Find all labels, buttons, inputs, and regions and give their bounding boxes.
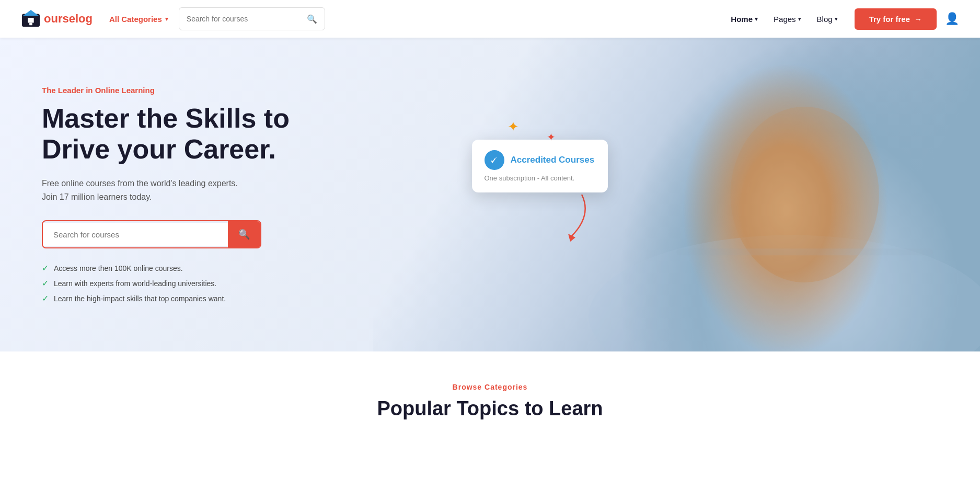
nav-search-input[interactable] — [187, 15, 303, 23]
hero-illustration — [373, 38, 981, 351]
hero-search-icon: 🔍 — [238, 229, 250, 240]
accredited-subtitle: One subscription - All content. — [485, 174, 595, 182]
home-chevron-icon: ▾ — [755, 16, 758, 22]
accredited-title: Accredited Courses — [511, 155, 595, 165]
accredited-card-header: ✓ Accredited Courses — [485, 150, 595, 170]
bottom-section: Browse Categories Popular Topics to Lear… — [0, 351, 980, 441]
nav-link-blog[interactable]: Blog ▾ — [811, 10, 844, 28]
sparkle-blue-icon: + — [493, 153, 498, 161]
logo-text: ourselog — [44, 12, 93, 26]
check-item-3: ✓ Learn the high-impact skills that top … — [42, 293, 290, 303]
try-free-arrow-icon: → — [914, 15, 922, 24]
user-account-icon[interactable]: 👤 — [945, 12, 959, 26]
check-icon-1: ✓ — [42, 263, 49, 273]
blog-chevron-icon: ▾ — [835, 16, 838, 22]
popular-topics-title: Popular Topics to Learn — [21, 398, 959, 420]
nav-search-bar: 🔍 — [179, 7, 325, 30]
hero-checkmarks: ✓ Access more then 100K online courses. … — [42, 263, 290, 303]
svg-rect-3 — [29, 23, 32, 26]
sparkle-pink-icon: ✦ — [547, 131, 556, 143]
check-icon-2: ✓ — [42, 278, 49, 288]
hero-search-button[interactable]: 🔍 — [228, 221, 260, 247]
sparkle-gold-icon: ✦ — [508, 119, 519, 135]
hero-tag: The Leader in Online Learning — [42, 86, 290, 95]
nav-links: Home ▾ Pages ▾ Blog ▾ — [724, 10, 844, 28]
nav-search-icon[interactable]: 🔍 — [307, 14, 317, 24]
nav-link-home[interactable]: Home ▾ — [724, 10, 764, 28]
pages-chevron-icon: ▾ — [798, 16, 801, 22]
browse-label: Browse Categories — [21, 383, 959, 391]
try-free-button[interactable]: Try for free → — [855, 8, 937, 30]
all-categories-chevron-icon: ▾ — [165, 16, 168, 22]
check-icon-3: ✓ — [42, 293, 49, 303]
navbar: ourselog All Categories ▾ 🔍 Home ▾ Pages… — [0, 0, 980, 38]
svg-point-5 — [730, 107, 879, 282]
logo[interactable]: ourselog — [21, 9, 93, 29]
check-item-2: ✓ Learn with experts from world-leading … — [42, 278, 290, 288]
arrow-svg — [550, 189, 592, 242]
svg-rect-6 — [676, 248, 933, 255]
curved-arrow-decoration — [550, 189, 592, 244]
svg-marker-1 — [23, 10, 39, 16]
try-free-label: Try for free — [869, 15, 910, 24]
all-categories-dropdown[interactable]: All Categories ▾ — [109, 15, 168, 24]
hero-subtitle: Free online courses from the world's lea… — [42, 177, 290, 203]
hero-title: Master the Skills to Drive your Career. — [42, 103, 290, 166]
nav-link-pages[interactable]: Pages ▾ — [767, 10, 808, 28]
hero-search-bar: 🔍 — [42, 220, 261, 248]
hero-content: The Leader in Online Learning Master the… — [0, 86, 331, 304]
svg-rect-2 — [28, 18, 33, 23]
accredited-courses-card: ✓ Accredited Courses One subscription - … — [472, 140, 608, 192]
hero-search-input[interactable] — [43, 223, 228, 246]
hero-section: The Leader in Online Learning Master the… — [0, 38, 980, 351]
check-item-1: ✓ Access more then 100K online courses. — [42, 263, 290, 273]
logo-icon — [21, 9, 41, 29]
hero-background-photo — [373, 38, 981, 351]
all-categories-label: All Categories — [109, 15, 162, 24]
